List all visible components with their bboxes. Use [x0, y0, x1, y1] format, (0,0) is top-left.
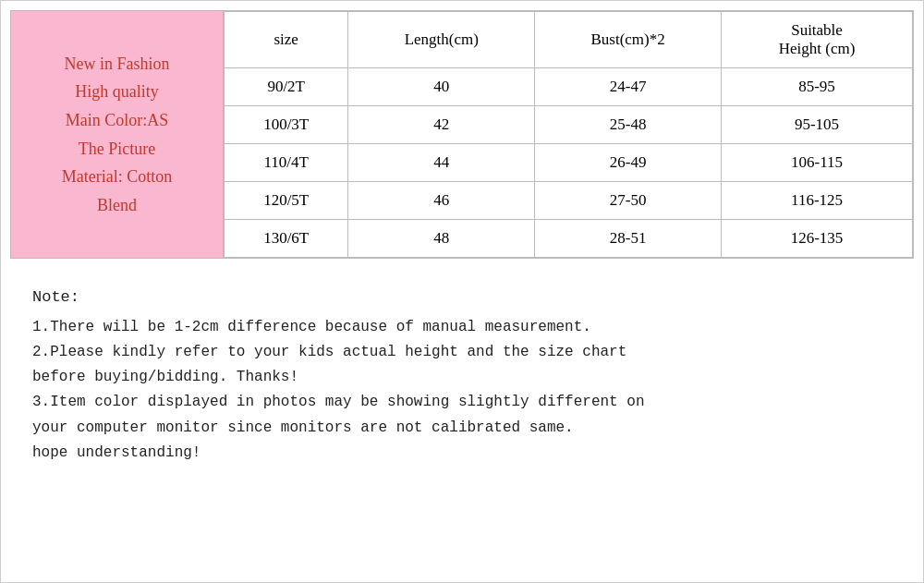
table-cell-3-3: 116-125 — [722, 182, 913, 220]
table-cell-0-0: 90/2T — [225, 68, 348, 106]
table-cell-4-1: 48 — [348, 220, 535, 258]
table-row: 130/6T4828-51126-135 — [225, 220, 913, 258]
table-row: 90/2T4024-4785-95 — [225, 68, 913, 106]
info-line6: Blend — [97, 191, 137, 220]
col-header-height: SuitableHeight (cm) — [722, 12, 913, 68]
table-cell-0-1: 40 — [348, 68, 535, 106]
info-line4: The Picture — [79, 135, 155, 164]
col-header-bust: Bust(cm)*2 — [535, 12, 722, 68]
table-cell-3-1: 46 — [348, 182, 535, 220]
table-cell-2-2: 26-49 — [535, 144, 722, 182]
size-chart-section: New in Fashion High quality Main Color:A… — [10, 10, 914, 259]
table-cell-0-2: 24-47 — [535, 68, 722, 106]
table-cell-3-0: 120/5T — [225, 182, 348, 220]
table-cell-4-0: 130/6T — [225, 220, 348, 258]
note1: 1.There will be 1-2cm difference because… — [32, 315, 895, 340]
table-cell-4-3: 126-135 — [722, 220, 913, 258]
size-table: size Length(cm) Bust(cm)*2 SuitableHeigh… — [224, 11, 913, 258]
notes-section: Note: 1.There will be 1-2cm difference b… — [10, 275, 914, 475]
info-line3: Main Color:AS — [66, 106, 169, 135]
table-row: 110/4T4426-49106-115 — [225, 144, 913, 182]
table-cell-0-3: 85-95 — [722, 68, 913, 106]
table-row: 120/5T4627-50116-125 — [225, 182, 913, 220]
note3c: hope understanding! — [32, 441, 895, 466]
table-row: 100/3T4225-4895-105 — [225, 106, 913, 144]
info-line2: High quality — [75, 78, 159, 106]
notes-title: Note: — [32, 285, 895, 311]
info-line1: New in Fashion — [65, 50, 170, 79]
table-cell-2-3: 106-115 — [722, 144, 913, 182]
note2b: before buying/bidding. Thanks! — [32, 365, 895, 390]
table-header-row: size Length(cm) Bust(cm)*2 SuitableHeigh… — [225, 12, 913, 68]
table-cell-1-0: 100/3T — [225, 106, 348, 144]
page-container: New in Fashion High quality Main Color:A… — [0, 0, 924, 583]
product-info-panel: New in Fashion High quality Main Color:A… — [11, 11, 224, 258]
info-line5: Material: Cotton — [62, 163, 172, 191]
table-cell-4-2: 28-51 — [535, 220, 722, 258]
note3a: 3.Item color displayed in photos may be … — [32, 390, 895, 415]
note2a: 2.Please kindly refer to your kids actua… — [32, 340, 895, 365]
col-header-length: Length(cm) — [348, 12, 535, 68]
col-header-size: size — [225, 12, 348, 68]
table-cell-1-1: 42 — [348, 106, 535, 144]
table-cell-1-2: 25-48 — [535, 106, 722, 144]
size-table-area: size Length(cm) Bust(cm)*2 SuitableHeigh… — [224, 11, 913, 258]
table-cell-2-0: 110/4T — [225, 144, 348, 182]
table-cell-3-2: 27-50 — [535, 182, 722, 220]
table-cell-2-1: 44 — [348, 144, 535, 182]
table-cell-1-3: 95-105 — [722, 106, 913, 144]
note3b: your computer monitor since monitors are… — [32, 416, 895, 441]
